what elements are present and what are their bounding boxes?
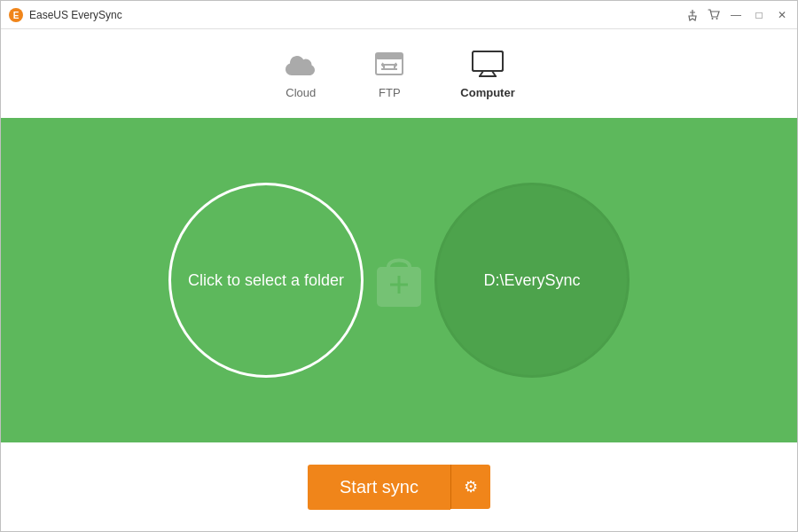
ftp-icon [372,49,407,81]
minimize-button[interactable]: — [728,7,744,23]
app-window: E EaseUS EverySync — □ [0,0,798,532]
nav-item-ftp[interactable]: FTP [372,49,407,99]
start-sync-button[interactable]: Start sync [308,465,450,510]
select-folder-circle[interactable]: Click to select a folder [168,183,364,378]
pin-icon[interactable] [685,8,700,22]
computer-icon [470,49,505,81]
bottom-bar: Start sync ⚙ [1,442,797,531]
select-folder-text: Click to select a folder [188,269,344,293]
app-title: EaseUS EverySync [29,9,685,21]
destination-folder-text: D:\EverySync [483,271,580,290]
svg-point-2 [712,18,714,20]
svg-point-3 [716,18,718,20]
restore-button[interactable]: □ [751,7,767,23]
cloud-label: Cloud [286,86,316,99]
cart-icon[interactable] [707,8,721,22]
close-button[interactable]: ✕ [774,7,790,23]
svg-rect-5 [376,53,403,59]
gear-icon: ⚙ [464,477,478,497]
top-nav: Cloud FTP [1,29,797,118]
nav-item-cloud[interactable]: Cloud [283,49,318,99]
app-logo: E [8,7,24,23]
ftp-label: FTP [379,86,401,99]
computer-label: Computer [460,86,514,99]
sync-settings-button[interactable]: ⚙ [450,465,490,509]
nav-item-computer[interactable]: Computer [460,49,514,99]
window-controls: — □ ✕ [685,7,790,23]
cloud-icon [283,49,318,81]
title-bar: E EaseUS EverySync — □ [1,1,797,29]
svg-rect-11 [473,51,503,71]
destination-folder-circle[interactable]: D:\EverySync [434,183,630,378]
main-content: Click to select a folder D:\EverySync [1,118,797,442]
svg-rect-15 [377,267,421,307]
watermark [364,245,434,316]
svg-text:E: E [13,11,20,20]
